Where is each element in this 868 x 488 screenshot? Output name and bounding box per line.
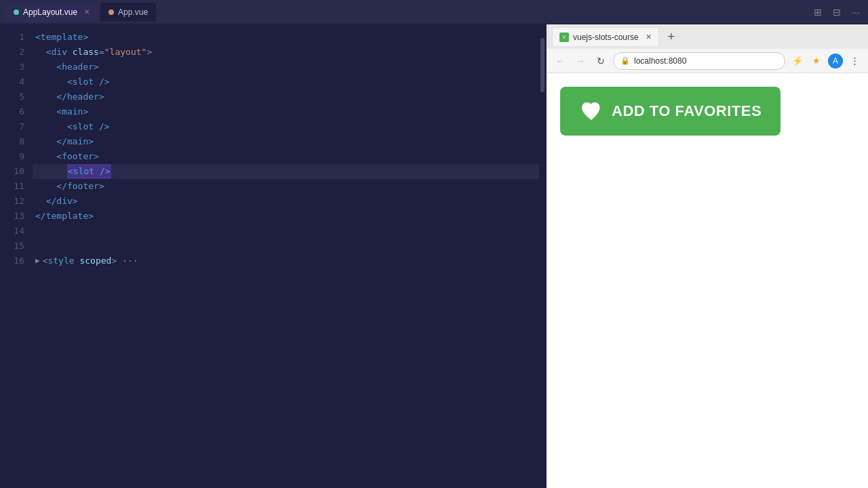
profile-avatar: A bbox=[828, 54, 843, 68]
editor-tab-bar: AppLayout.vue ✕ App.vue ⊞ ⊟ ··· bbox=[0, 0, 868, 24]
code-line-7: <slot /> bbox=[33, 119, 539, 134]
extensions-button[interactable]: ⚡ bbox=[789, 53, 806, 69]
browser-tab-close[interactable]: ✕ bbox=[646, 33, 652, 41]
code-lines[interactable]: <template> <div class="layout"> <header>… bbox=[33, 24, 539, 488]
code-line-12: </div> bbox=[33, 194, 539, 209]
code-line-8: </main> bbox=[33, 134, 539, 149]
browser-tab-slots-course[interactable]: V vuejs-slots-course ✕ bbox=[552, 27, 659, 46]
line-numbers: 1 2 3 4 5 6 7 8 9 10 11 12 13 14 15 16 bbox=[0, 24, 33, 488]
code-line-10: <slot /> bbox=[33, 164, 539, 179]
code-line-15 bbox=[33, 239, 539, 253]
reload-button[interactable]: ↻ bbox=[593, 53, 609, 69]
more-icon[interactable]: ··· bbox=[849, 5, 863, 19]
tab-applayout-close[interactable]: ✕ bbox=[84, 8, 90, 16]
code-line-5: </header> bbox=[33, 89, 539, 104]
tab-dot-orange bbox=[108, 9, 114, 15]
browser-tab-favicon: V bbox=[559, 33, 569, 42]
browser-content: ADD TO FAVORITES bbox=[547, 73, 868, 488]
tab-app-label: App.vue bbox=[118, 7, 148, 17]
code-line-16: ▶ <style scoped> ··· bbox=[33, 253, 539, 268]
code-line-2: <div class="layout"> bbox=[33, 45, 539, 60]
address-text: localhost:8080 bbox=[634, 56, 686, 66]
profile-menu-button[interactable]: A bbox=[827, 53, 844, 69]
favorites-button-label: ADD TO FAVORITES bbox=[612, 102, 762, 120]
address-bar[interactable]: 🔒 localhost:8080 bbox=[613, 52, 785, 70]
settings-button[interactable]: ⋮ bbox=[846, 53, 863, 69]
scrollbar-thumb bbox=[540, 38, 545, 92]
new-tab-button[interactable]: + bbox=[662, 27, 681, 46]
code-area: 1 2 3 4 5 6 7 8 9 10 11 12 13 14 15 16 bbox=[0, 24, 546, 488]
browser-action-buttons: ⚡ ★ A ⋮ bbox=[789, 53, 863, 69]
tab-dot-green bbox=[14, 9, 19, 15]
add-to-favorites-button[interactable]: ADD TO FAVORITES bbox=[560, 87, 781, 136]
code-line-9: <footer> bbox=[33, 149, 539, 164]
split-editor-icon[interactable]: ⊞ bbox=[811, 5, 825, 19]
browser-toolbar: ← → ↻ 🔒 localhost:8080 ⚡ ★ A ⋮ bbox=[547, 49, 868, 73]
code-line-13: </template> bbox=[33, 209, 539, 224]
browser-tab-bar: V vuejs-slots-course ✕ + bbox=[547, 24, 868, 49]
bookmark-button[interactable]: ★ bbox=[808, 53, 825, 69]
style-expand-icon[interactable]: ▶ bbox=[35, 253, 40, 268]
main-content: 1 2 3 4 5 6 7 8 9 10 11 12 13 14 15 16 bbox=[0, 24, 868, 488]
editor-scrollbar[interactable] bbox=[539, 24, 546, 488]
code-line-4: <slot /> bbox=[33, 75, 539, 89]
code-line-14: ● bbox=[33, 224, 539, 239]
toggle-panel-icon[interactable]: ⊟ bbox=[830, 5, 844, 19]
code-line-1: <template> bbox=[33, 30, 539, 45]
lock-icon: 🔒 bbox=[620, 56, 630, 65]
editor-pane: 1 2 3 4 5 6 7 8 9 10 11 12 13 14 15 16 bbox=[0, 24, 546, 488]
tab-app[interactable]: App.vue bbox=[100, 3, 156, 22]
code-line-6: <main> bbox=[33, 104, 539, 119]
tab-applayout[interactable]: AppLayout.vue ✕ bbox=[5, 3, 98, 22]
back-button[interactable]: ← bbox=[552, 53, 568, 69]
tab-applayout-label: AppLayout.vue bbox=[23, 7, 77, 17]
browser-tab-label: vuejs-slots-course bbox=[573, 33, 639, 42]
code-line-11: </footer> bbox=[33, 179, 539, 194]
browser-pane: V vuejs-slots-course ✕ + ← → ↻ 🔒 localho… bbox=[546, 24, 868, 488]
editor-actions: ⊞ ⊟ ··· bbox=[811, 5, 863, 19]
heart-icon bbox=[579, 99, 604, 123]
code-line-3: <header> bbox=[33, 60, 539, 75]
forward-button[interactable]: → bbox=[572, 53, 589, 69]
